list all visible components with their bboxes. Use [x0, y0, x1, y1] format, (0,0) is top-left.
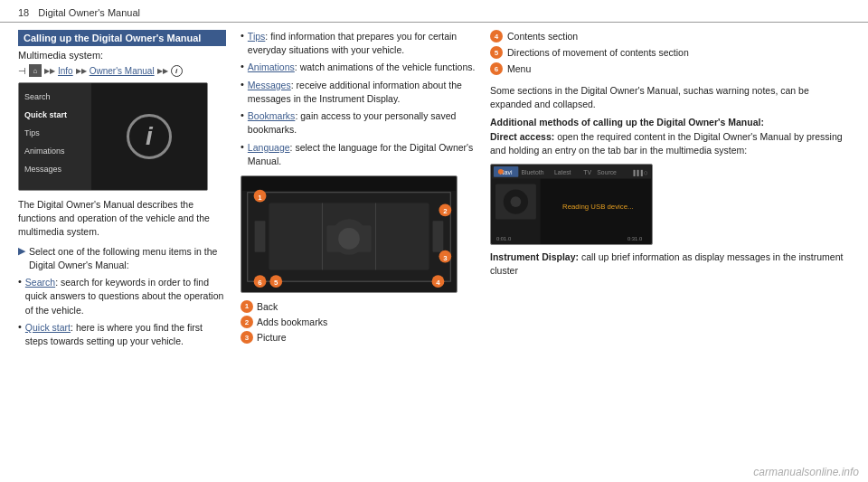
page-number: 18 [18, 7, 29, 18]
instrument-image: Navi Bluetoth Latest TV Source ▌▌▌ ⬡ 0:0… [490, 164, 653, 245]
diagram-image: ⟳ 1 2 3 4 5 [241, 175, 458, 293]
svg-text:6: 6 [258, 279, 262, 287]
multimedia-label: Multimedia system: [18, 50, 226, 61]
bold-heading: Additional methods of calling up the Dig… [490, 117, 850, 128]
menu-item-animations: Animations [24, 145, 86, 157]
bullet-animations: • Animations: watch animations of the ve… [241, 61, 476, 74]
legend-1: 1 Back [241, 300, 476, 314]
bullet-tips-text: Tips: find information that prepares you… [248, 30, 476, 57]
diagram-svg: ⟳ 1 2 3 4 5 [241, 176, 457, 292]
legend-2-text: Adds bookmarks [257, 316, 327, 329]
svg-text:Reading USB device...: Reading USB device... [562, 202, 634, 210]
nav-start-icon: ⊣ [18, 66, 26, 76]
col-middle: • Tips: find information that prepares y… [241, 30, 476, 468]
device-menu: Search Quick start Tips Animations Messa… [19, 83, 91, 190]
section-heading: Calling up the Digital Owner's Manual [18, 30, 226, 46]
svg-rect-6 [255, 221, 266, 251]
legend-3: 3 Picture [241, 331, 476, 345]
bullet-bk-text: Bookmarks: gain access to your personall… [248, 109, 476, 137]
svg-rect-7 [433, 221, 444, 251]
desc-text: The Digital Owner's Manual describes the… [18, 198, 226, 240]
num-badge-4: 4 [490, 30, 503, 43]
bullet-language: • Language: select the language for the … [241, 141, 476, 168]
num-badge-6: 6 [490, 62, 503, 75]
legend-badge-1: 1 [241, 300, 253, 313]
action-label: Select one of the following menu items i… [29, 245, 226, 272]
nav-info: Info [58, 66, 73, 76]
instrument-caption-bold: Instrument Display: [490, 251, 579, 262]
bullet-anim-text: Animations: watch animations of the vehi… [248, 61, 476, 74]
nav-arrow-2: ▶▶ [76, 67, 87, 75]
bullet-search-text: Search: search for keywords in order to … [25, 276, 226, 317]
nav-arrow-3: ▶▶ [157, 67, 168, 75]
svg-point-42 [498, 168, 504, 174]
para-some: Some sections in the Digital Owner's Man… [490, 84, 850, 111]
col-left: Calling up the Digital Owner's Manual Mu… [18, 30, 226, 468]
menu-item-search: Search [24, 90, 86, 103]
action-arrow-icon: ▶ [18, 245, 25, 257]
svg-rect-1 [242, 176, 456, 191]
svg-text:▌▌▌: ▌▌▌ [633, 168, 644, 175]
instrument-caption: Instrument Display: call up brief inform… [490, 250, 850, 278]
svg-text:TV: TV [583, 168, 591, 175]
direct-access-para: Direct access: open the required content… [490, 130, 850, 157]
svg-text:Latest: Latest [554, 168, 571, 175]
nav-home-icon: ⌂ [29, 64, 42, 77]
num-4-text: Contents section [507, 30, 578, 43]
menu-item-tips: Tips [24, 127, 86, 139]
num-6-text: Menu [507, 62, 531, 76]
diagram-legend: 1 Back 2 Adds bookmarks 3 Picture [241, 300, 476, 345]
svg-text:4: 4 [436, 279, 440, 287]
bullet-search: • Search: search for keywords in order t… [18, 276, 226, 317]
svg-text:⬡: ⬡ [644, 170, 647, 175]
svg-text:5: 5 [274, 279, 278, 287]
numbered-5: 5 Directions of movement of contents sec… [490, 46, 850, 60]
svg-point-37 [511, 196, 522, 207]
bullet-dot-bk: • [241, 109, 244, 120]
nav-manual: Owner's Manual [90, 66, 155, 76]
svg-text:Bluetoth: Bluetoth [521, 168, 543, 175]
bullet-bookmarks: • Bookmarks: gain access to your persona… [241, 109, 476, 137]
device-content: i [91, 83, 207, 190]
svg-text:3: 3 [443, 254, 448, 262]
bullet-dot-msg: • [241, 79, 244, 90]
content-area: Calling up the Digital Owner's Manual Mu… [0, 23, 868, 476]
bullet-tips: • Tips: find information that prepares y… [241, 30, 476, 57]
num-5-text: Directions of movement of contents secti… [507, 46, 689, 60]
action-item: ▶ Select one of the following menu items… [18, 245, 226, 272]
svg-text:1: 1 [258, 194, 262, 202]
bullet-list-middle: • Tips: find information that prepares y… [241, 30, 476, 168]
svg-text:0:31.0: 0:31.0 [627, 236, 643, 241]
bullet-dot-tips: • [241, 30, 244, 41]
nav-path: ⊣ ⌂ ▶▶ Info ▶▶ Owner's Manual ▶▶ i [18, 64, 226, 77]
bullet-quickstart: • Quick start: here is where you find th… [18, 321, 226, 348]
nav-info-circle: i [171, 65, 183, 77]
bullet-dot-2: • [18, 321, 22, 332]
svg-text:0:01.0: 0:01.0 [496, 236, 512, 241]
menu-item-quickstart: Quick start [24, 109, 86, 121]
svg-text:Source: Source [597, 168, 617, 175]
bullet-messages: • Messages: receive additional informati… [241, 79, 476, 106]
watermark: carmanualsonline.info [753, 466, 859, 478]
device-screenshot: Search Quick start Tips Animations Messa… [18, 82, 208, 191]
col-right: 4 Contents section 5 Directions of movem… [490, 30, 850, 468]
instrument-svg: Navi Bluetoth Latest TV Source ▌▌▌ ⬡ 0:0… [491, 165, 652, 244]
menu-item-messages: Messages [24, 163, 86, 175]
num-badge-5: 5 [490, 46, 503, 59]
svg-text:2: 2 [443, 207, 448, 215]
numbered-6: 6 Menu [490, 62, 850, 76]
legend-3-text: Picture [257, 331, 287, 345]
legend-1-text: Back [257, 300, 278, 314]
info-circle-icon: i [127, 114, 172, 159]
bullet-quickstart-text: Quick start: here is where you find the … [25, 321, 226, 348]
svg-point-23 [338, 228, 360, 250]
legend-badge-2: 2 [241, 316, 253, 328]
bullet-lang-text: Language: select the language for the Di… [248, 141, 476, 168]
bullet-msg-text: Messages: receive additional information… [248, 79, 476, 106]
numbered-list-right: 4 Contents section 5 Directions of movem… [490, 30, 850, 77]
nav-arrow-1: ▶▶ [44, 67, 55, 75]
page-title: Digital Owner's Manual [38, 7, 140, 18]
svg-rect-39 [541, 178, 651, 243]
legend-2: 2 Adds bookmarks [241, 316, 476, 329]
legend-badge-3: 3 [241, 331, 253, 344]
